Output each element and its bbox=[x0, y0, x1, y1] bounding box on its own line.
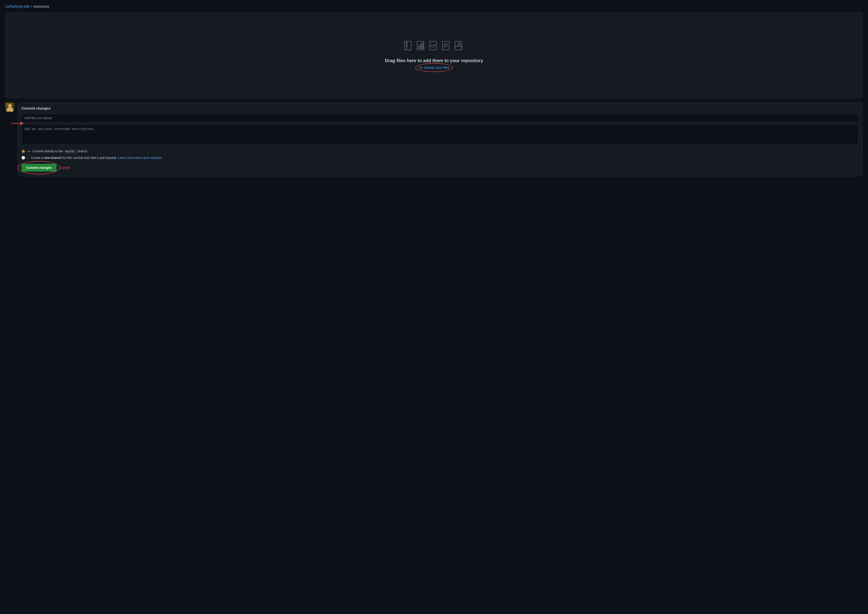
svg-rect-11 bbox=[422, 43, 423, 49]
breadcrumb-separator: / bbox=[31, 5, 32, 9]
radio-branch-input[interactable] bbox=[22, 156, 25, 160]
breadcrumb-repo-link[interactable]: cuHacking-wiki bbox=[5, 5, 30, 9]
svg-point-19 bbox=[458, 43, 460, 45]
choose-files-group: Or choose your files bbox=[419, 65, 449, 69]
branch-fork-icon: ⑃ bbox=[27, 156, 29, 160]
breadcrumb: cuHacking-wiki / resources bbox=[5, 5, 863, 9]
commit-form: Commit changes ⊶ Commit directly to the … bbox=[18, 102, 863, 176]
commit-key-icon: ⊶ bbox=[27, 149, 31, 154]
svg-line-13 bbox=[433, 44, 433, 48]
radio-options-group: ⊶ Commit directly to the master branch. … bbox=[22, 149, 859, 160]
svg-rect-0 bbox=[404, 41, 411, 50]
svg-rect-18 bbox=[455, 41, 462, 50]
choose-files-link[interactable]: choose your files bbox=[424, 65, 449, 69]
commit-message-input[interactable] bbox=[22, 114, 859, 122]
dropzone[interactable]: Drag files here to add them to your repo… bbox=[5, 12, 863, 98]
text-icon bbox=[442, 41, 452, 53]
radio-direct-commit[interactable]: ⊶ Commit directly to the master branch. bbox=[22, 149, 859, 154]
commit-message-wrapper bbox=[22, 114, 859, 124]
commit-description-input[interactable] bbox=[22, 124, 859, 145]
dropzone-title: Drag files here to add them to your repo… bbox=[385, 58, 483, 63]
learn-more-link[interactable]: Learn more about pull requests. bbox=[118, 156, 163, 160]
zip-icon bbox=[404, 41, 414, 53]
svg-rect-14 bbox=[443, 41, 449, 50]
dropzone-subtitle: Or choose your files bbox=[419, 65, 449, 69]
svg-rect-9 bbox=[418, 46, 419, 49]
radio-branch-label: Create a new branch for this commit and … bbox=[31, 156, 163, 160]
commit-actions: Commit changes Cancel bbox=[22, 164, 859, 172]
dropzone-or-text: Or bbox=[419, 65, 422, 69]
commit-changes-button[interactable]: Commit changes bbox=[22, 164, 56, 172]
commit-title: Commit changes bbox=[22, 107, 859, 110]
pdf-icon bbox=[454, 41, 464, 53]
cancel-button[interactable]: Cancel bbox=[59, 164, 71, 171]
breadcrumb-current: resources bbox=[33, 5, 49, 9]
svg-rect-10 bbox=[420, 45, 421, 49]
radio-direct-label: Commit directly to the master branch. bbox=[32, 149, 88, 153]
chart-icon bbox=[416, 41, 426, 53]
avatar bbox=[5, 102, 14, 112]
branch-name: master bbox=[64, 150, 77, 154]
code-icon bbox=[429, 41, 439, 53]
radio-new-branch[interactable]: ⑃ Create a new branch for this commit an… bbox=[22, 156, 859, 160]
file-icons-group bbox=[404, 41, 464, 53]
radio-direct-input[interactable] bbox=[22, 150, 25, 153]
